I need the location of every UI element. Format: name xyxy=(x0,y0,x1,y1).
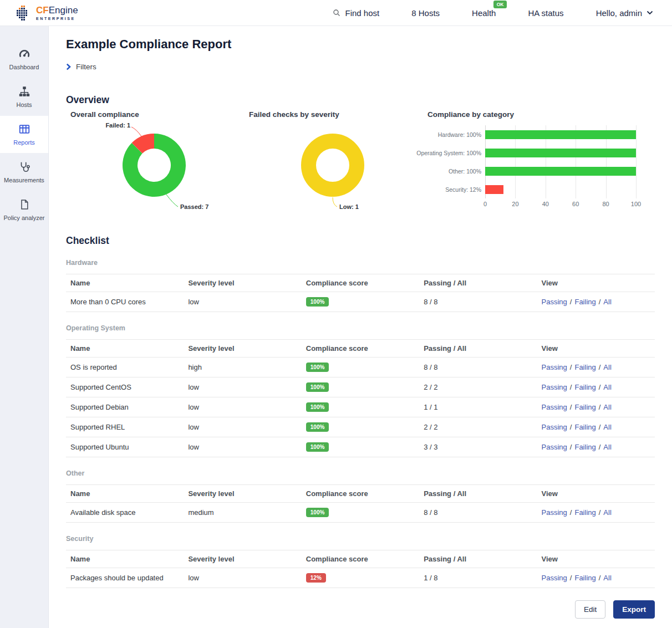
view-failing-link[interactable]: Failing xyxy=(574,443,595,451)
compliance-score-badge: 12% xyxy=(306,573,326,583)
checklist-heading: Checklist xyxy=(66,235,655,247)
overall-compliance-donut: Failed: 1 Passed: 7 xyxy=(66,120,245,218)
compliance-score-badge: 100% xyxy=(306,508,329,517)
view-links: Passing/Failing/All xyxy=(537,568,655,588)
severity: low xyxy=(184,417,301,437)
x-axis: 0 20 40 60 80 100 xyxy=(485,201,636,211)
view-passing-link[interactable]: Passing xyxy=(542,423,567,431)
find-host-search[interactable]: Find host xyxy=(332,8,380,18)
view-failing-link[interactable]: Failing xyxy=(574,403,595,411)
bar-category-label: Operating System: 100% xyxy=(423,144,485,162)
compliance-score-badge: 100% xyxy=(306,442,329,452)
table-row: OS is reported high 100% 8 / 8 Passing/F… xyxy=(66,358,655,377)
compliance-score-badge: 100% xyxy=(306,362,329,372)
view-passing-link[interactable]: Passing xyxy=(542,298,567,306)
user-greeting: Hello, admin xyxy=(596,8,642,18)
cfengine-logo[interactable]: CFEngine ENTERPRISE xyxy=(17,4,78,21)
view-failing-link[interactable]: Failing xyxy=(574,574,595,582)
view-links: Passing/Failing/All xyxy=(537,292,655,312)
view-all-link[interactable]: All xyxy=(603,443,611,451)
view-all-link[interactable]: All xyxy=(603,383,611,391)
passing-all: 1 / 1 xyxy=(419,397,537,417)
check-name: More than 0 CPU cores xyxy=(66,292,184,312)
compliance-score-badge: 100% xyxy=(306,297,329,307)
view-failing-link[interactable]: Failing xyxy=(574,363,595,371)
compliance-score-badge: 100% xyxy=(306,422,329,432)
chart-overall-compliance: Overall compliance Failed: 1 Passed: 7 xyxy=(66,110,245,221)
sidebar-item-hosts[interactable]: Hosts xyxy=(0,78,48,115)
view-all-link[interactable]: All xyxy=(603,363,611,371)
view-passing-link[interactable]: Passing xyxy=(542,443,567,451)
bar-category-label: Other: 100% xyxy=(423,162,485,180)
view-all-link[interactable]: All xyxy=(603,508,611,517)
severity: low xyxy=(184,292,301,312)
compliance-score-badge: 100% xyxy=(306,402,329,412)
group-label-security: Security xyxy=(66,535,655,543)
table-header-row: Name Severity level Compliance score Pas… xyxy=(66,550,655,568)
view-all-link[interactable]: All xyxy=(603,574,611,582)
severity: low xyxy=(184,377,301,397)
view-links: Passing/Failing/All xyxy=(537,503,655,523)
view-links: Passing/Failing/All xyxy=(537,358,655,377)
table-header-row: Name Severity level Compliance score Pas… xyxy=(66,274,655,292)
view-passing-link[interactable]: Passing xyxy=(542,508,567,517)
filters-toggle[interactable]: Filters xyxy=(66,63,96,71)
operating-system-table: Name Severity level Compliance score Pas… xyxy=(66,339,655,457)
check-name: Supported RHEL xyxy=(66,417,184,437)
low-connector-line xyxy=(333,197,337,207)
group-label-hardware: Hardware xyxy=(66,259,655,267)
table-row: Supported CentOS low 100% 2 / 2 Passing/… xyxy=(66,377,655,397)
passing-all: 2 / 2 xyxy=(419,377,537,397)
view-passing-link[interactable]: Passing xyxy=(542,363,567,371)
export-button[interactable]: Export xyxy=(613,600,655,619)
table-header-row: Name Severity level Compliance score Pas… xyxy=(66,340,655,358)
view-links: Passing/Failing/All xyxy=(537,377,655,397)
user-menu[interactable]: Hello, admin xyxy=(596,8,653,18)
view-failing-link[interactable]: Failing xyxy=(574,423,595,431)
view-failing-link[interactable]: Failing xyxy=(574,298,595,306)
view-all-link[interactable]: All xyxy=(603,423,611,431)
view-failing-link[interactable]: Failing xyxy=(574,383,595,391)
failed-label: Failed: 1 xyxy=(105,122,130,129)
top-header: CFEngine ENTERPRISE Find host 8 Hosts He… xyxy=(0,0,672,26)
severity: medium xyxy=(184,503,301,523)
sidebar-item-policy-analyzer[interactable]: Policy analyzer xyxy=(0,191,48,228)
document-icon xyxy=(19,198,30,211)
check-name: Supported Ubuntu xyxy=(66,437,184,457)
table-header-row: Name Severity level Compliance score Pas… xyxy=(66,485,655,503)
search-icon xyxy=(332,8,341,17)
failed-by-severity-donut: Low: 1 xyxy=(245,120,423,218)
footer-actions: Edit Export xyxy=(66,600,655,626)
view-failing-link[interactable]: Failing xyxy=(574,508,595,517)
view-passing-link[interactable]: Passing xyxy=(542,403,567,411)
failed-connector-line xyxy=(131,127,141,136)
ha-status-link[interactable]: HA status xyxy=(528,8,563,18)
chart-compliance-by-category: Compliance by category Hardware: 100% Op… xyxy=(423,110,655,221)
view-passing-link[interactable]: Passing xyxy=(542,383,567,391)
group-label-other: Other xyxy=(66,469,655,477)
hosts-count-link[interactable]: 8 Hosts xyxy=(411,8,440,18)
bar-security xyxy=(485,185,503,194)
cfengine-logo-mark xyxy=(17,4,31,21)
chart-failed-by-severity: Failed checks by severity Low: 1 xyxy=(245,110,423,221)
sidebar-item-measurements[interactable]: Measurements xyxy=(0,154,48,191)
table-row: Supported RHEL low 100% 2 / 2 Passing/Fa… xyxy=(66,417,655,437)
sidebar-item-dashboard[interactable]: Dashboard xyxy=(0,40,48,78)
overview-heading: Overview xyxy=(66,94,655,106)
health-link[interactable]: Health OK xyxy=(472,8,496,18)
view-all-link[interactable]: All xyxy=(603,298,611,306)
table-row: Supported Debian low 100% 1 / 1 Passing/… xyxy=(66,397,655,417)
hosts-icon xyxy=(18,85,30,98)
check-name: Supported Debian xyxy=(66,397,184,417)
passed-label: Passed: 7 xyxy=(180,203,208,210)
chart-title: Overall compliance xyxy=(66,110,245,119)
group-label-operating-system: Operating System xyxy=(66,324,655,332)
sidebar-item-reports[interactable]: Reports xyxy=(0,116,48,153)
edit-button[interactable]: Edit xyxy=(575,600,605,619)
view-links: Passing/Failing/All xyxy=(537,437,655,457)
overview-charts: Overall compliance Failed: 1 Passed: 7 F… xyxy=(66,110,655,221)
view-all-link[interactable]: All xyxy=(603,403,611,411)
passing-all: 8 / 8 xyxy=(419,358,537,377)
view-passing-link[interactable]: Passing xyxy=(542,574,567,582)
view-links: Passing/Failing/All xyxy=(537,417,655,437)
